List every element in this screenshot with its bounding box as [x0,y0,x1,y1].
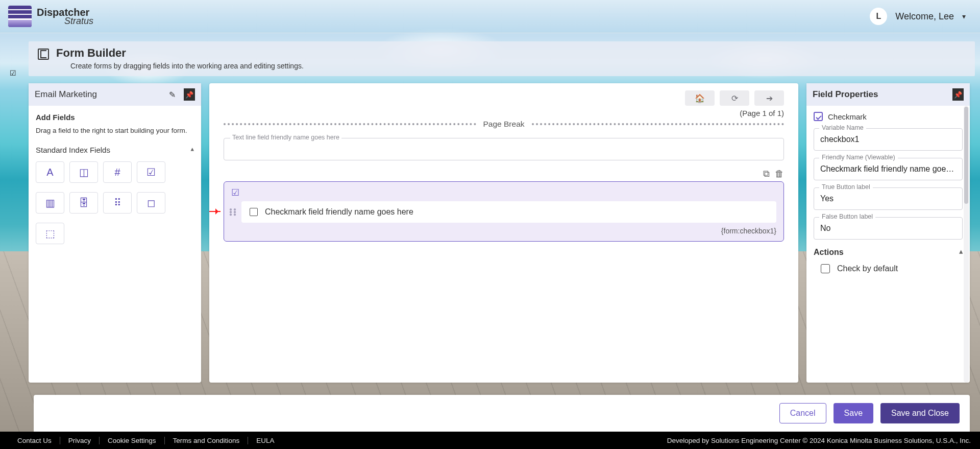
chevron-up-icon[interactable]: ▾ [959,249,963,256]
checkmark-field-tile[interactable]: ☑ [137,161,165,183]
add-fields-hint: Drag a field to the right to start build… [36,127,194,134]
footer: Contact Us Privacy Cookie Settings Terms… [0,432,980,449]
true-label-input[interactable] [814,188,962,209]
text-field-tile[interactable]: A [36,161,64,183]
actions-heading: Actions [814,248,844,257]
annotation-arrow-icon [209,211,220,212]
variable-name-field: Variable Name [814,128,963,151]
false-label-field: False Button label [814,217,963,240]
refresh-button[interactable]: ⟳ [720,90,749,106]
delete-icon[interactable]: 🗑 [775,169,784,179]
page-subtitle: Create forms by dragging fields into the… [70,62,304,70]
chevron-up-icon[interactable]: ▾ [190,146,194,154]
footer-link-contact[interactable]: Contact Us [9,437,60,444]
checkmark-field-label: Checkmark field friendly name goes here [265,207,413,217]
save-button[interactable]: Save [834,403,873,423]
date-field-tile[interactable]: 🗄 [69,192,98,214]
properties-title: Field Properties [813,89,878,100]
avatar: L [870,8,887,25]
friendly-name-input[interactable] [814,158,962,180]
add-fields-heading: Add Fields [36,113,194,122]
welcome-text: Welcome, Lee [895,11,954,22]
check-by-default-option[interactable]: Check by default [821,264,963,273]
page-header: Form Builder Create forms by dragging fi… [29,41,975,76]
standard-fields-heading: Standard Index Fields [36,146,110,154]
action-bar: Cancel Save Save and Close [34,395,970,432]
duplicate-icon[interactable]: ⧉ [763,169,770,179]
footer-link-eula[interactable]: EULA [248,437,282,444]
pin-icon[interactable]: 📌 [184,88,195,101]
textline-field[interactable]: Text line field friendly name goes here [224,138,784,160]
home-button[interactable]: 🏠 [685,90,715,106]
textline-label: Text line field friendly name goes here [230,134,341,141]
edit-icon[interactable]: ✎ [169,90,176,100]
pin-icon[interactable]: 📌 [952,88,964,101]
form-canvas: 🏠 ⟳ ➔ (Page 1 of 1) Page Break Text line… [209,83,798,383]
pagebreak-field-tile[interactable]: ⬚ [36,223,64,244]
topbar: Dispatcher Stratus L Welcome, Lee ▾ [0,0,980,33]
drag-handle-icon[interactable]: ●●●●●● [229,208,237,216]
brand-logo-icon [8,6,32,27]
checkmark-icon [814,112,823,121]
true-button-label: True Button label [819,183,873,191]
save-close-button[interactable]: Save and Close [880,403,960,423]
next-button[interactable]: ➔ [754,90,784,106]
rail-checklist-icon[interactable]: ☑ [6,66,19,80]
friendly-name-field: Friendly Name (Viewable) [814,158,963,180]
label-field-tile[interactable]: ◻ [137,192,165,214]
false-label-input[interactable] [814,218,962,239]
footer-copyright: Developed by Solutions Engineering Cente… [667,437,971,444]
page-break-label: Page Break [483,120,525,129]
page-break: Page Break [224,120,784,129]
page-count: (Page 1 of 1) [224,109,784,117]
group-field-tile[interactable]: ⠿ [103,192,132,214]
chevron-down-icon: ▾ [962,12,966,20]
brand: Dispatcher Stratus [8,6,93,27]
user-menu[interactable]: L Welcome, Lee ▾ [870,8,966,25]
form-builder-icon [38,49,49,60]
number-field-tile[interactable]: # [103,161,132,183]
left-panel-title: Email Marketing [35,89,97,100]
false-button-label: False Button label [819,213,875,220]
footer-link-terms[interactable]: Terms and Conditions [165,437,249,444]
fields-panel: Email Marketing ✎ 📌 Add Fields Drag a fi… [29,83,201,383]
checkmark-variable-ref: {form:checkbox1} [231,227,776,235]
page-title: Form Builder [56,46,304,60]
friendly-name-label: Friendly Name (Viewable) [819,154,898,161]
checkbox-icon[interactable] [250,208,258,216]
properties-panel: Field Properties 📌 Checkmark Variable Na… [806,83,970,383]
footer-link-privacy[interactable]: Privacy [60,437,100,444]
variable-name-label: Variable Name [819,124,866,131]
variable-name-input[interactable] [814,129,962,150]
checkbox-icon [821,264,830,273]
true-label-field: True Button label [814,187,963,210]
cancel-button[interactable]: Cancel [779,403,826,423]
checkmark-type-icon: ☑ [231,187,239,198]
textarea-field-tile[interactable]: ◫ [69,161,98,183]
field-palette: A ◫ # ☑ ▥ 🗄 ⠿ ◻ ⬚ [36,161,194,244]
footer-link-cookies[interactable]: Cookie Settings [100,437,165,444]
scrollbar[interactable] [964,106,969,383]
dropdown-field-tile[interactable]: ▥ [36,192,64,214]
field-type-label: Checkmark [828,112,867,121]
check-by-default-label: Check by default [837,264,898,273]
checkmark-field-selected[interactable]: ☑ ●●●●●● Checkmark field friendly name g… [224,181,784,242]
